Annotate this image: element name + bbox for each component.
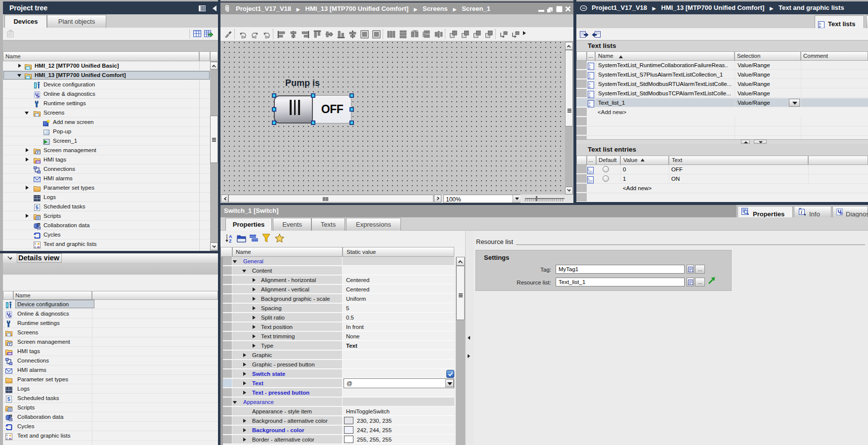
svg-text:1-: 1- — [589, 73, 591, 76]
svg-text:2-: 2- — [589, 76, 591, 79]
svg-text:1.: 1. — [588, 177, 590, 180]
svg-text:2.: 2. — [6, 437, 8, 440]
svg-text:2-: 2- — [589, 85, 591, 88]
svg-text:5: 5 — [36, 204, 39, 210]
svg-text:2-: 2- — [589, 95, 591, 98]
svg-text:1.: 1. — [34, 242, 37, 245]
svg-text:5: 5 — [7, 396, 10, 402]
svg-text:i: i — [801, 209, 802, 215]
svg-text:1-: 1- — [589, 101, 591, 104]
svg-text:2.: 2. — [34, 245, 37, 248]
svg-text:1.: 1. — [588, 167, 590, 170]
svg-text:1.: 1. — [6, 434, 8, 437]
svg-text:1-: 1- — [819, 22, 822, 25]
svg-text:1-: 1- — [589, 63, 591, 66]
svg-text:1-: 1- — [589, 82, 591, 85]
svg-text:Z: Z — [229, 239, 232, 243]
svg-text:2-: 2- — [589, 67, 591, 70]
svg-text:1-: 1- — [589, 91, 591, 94]
svg-text:2-: 2- — [589, 104, 591, 107]
